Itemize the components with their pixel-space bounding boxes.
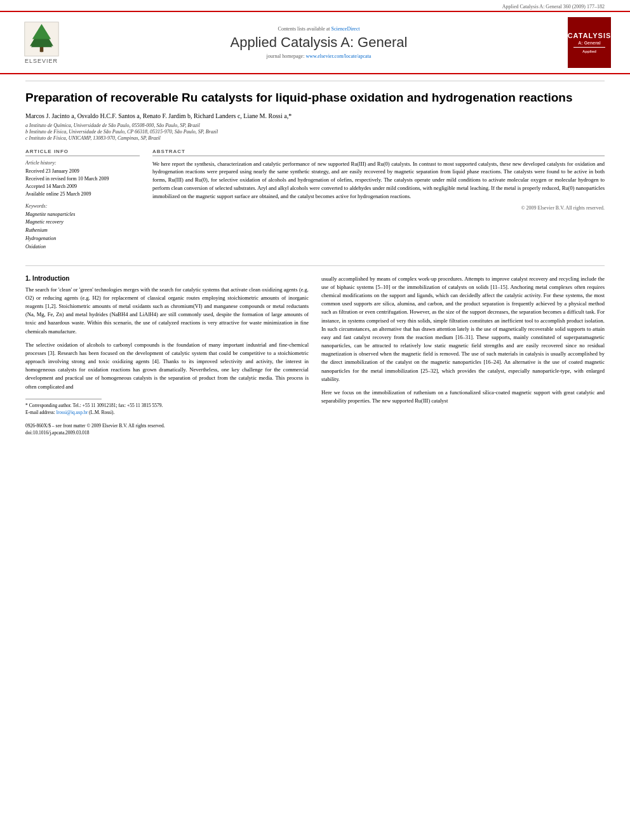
homepage-label: journal homepage:	[267, 53, 305, 59]
catalysis-logo: CATALYSIS A: General Applied	[568, 17, 611, 68]
homepage-url[interactable]: www.elsevier.com/locate/apcata	[305, 53, 371, 59]
svg-point-6	[39, 49, 43, 53]
footnote-divider	[25, 399, 102, 399]
revised-date: Received in revised form 10 March 2009	[25, 175, 140, 183]
journal-header: ELSEVIER Contents lists available at Sci…	[0, 11, 630, 74]
journal-title-block: Contents lists available at ScienceDirec…	[70, 26, 568, 59]
keyword-4: Hydrogenation	[25, 235, 140, 243]
footnote-issn: 0926-860X/$ – see front matter © 2009 El…	[25, 422, 309, 429]
keywords-block: Keywords: Magnetite nanoparticles Magnet…	[25, 203, 140, 251]
footnote-email-address[interactable]: lrossi@iq.usp.br	[57, 410, 88, 415]
col-left: 1. Introduction The search for 'clean' o…	[25, 275, 309, 437]
keyword-3: Ruthenium	[25, 227, 140, 235]
article-body: Preparation of recoverable Ru catalysts …	[0, 74, 630, 450]
article-info-abstract-section: ARTICLE INFO Article history: Received 2…	[25, 149, 605, 257]
elsevier-tree-icon	[24, 22, 59, 57]
contents-line: Contents lists available at ScienceDirec…	[70, 26, 568, 32]
affiliations-block: a Instituto de Química, Universidade de …	[25, 123, 605, 141]
authors-line: Marcos J. Jacinto a, Osvaldo H.C.F. Sant…	[25, 112, 605, 119]
received-date: Received 23 January 2009	[25, 168, 140, 175]
affiliation-c: c Instituto de Física, UNICAMP, 13083-97…	[25, 135, 605, 141]
keywords-list: Magnetite nanoparticles Magnetic recover…	[25, 211, 140, 251]
abstract-text: We here report the synthesis, characteri…	[152, 160, 605, 201]
affiliation-b: b Instituto de Física, Universidade de S…	[25, 129, 605, 135]
intro-para-2: The selective oxidation of alcohols to c…	[25, 341, 309, 391]
article-info-block: ARTICLE INFO Article history: Received 2…	[25, 149, 140, 257]
available-date: Available online 25 March 2009	[25, 190, 140, 198]
history-label: Article history:	[25, 160, 140, 166]
col-right: usually accomplished by means of complex…	[321, 275, 605, 437]
journal-title: Applied Catalysis A: General	[70, 34, 568, 51]
copyright-line: © 2009 Elsevier B.V. All rights reserved…	[152, 205, 605, 211]
journal-homepage: journal homepage: www.elsevier.com/locat…	[70, 53, 568, 59]
keywords-label: Keywords:	[25, 203, 140, 209]
keyword-2: Magnetic recovery	[25, 218, 140, 227]
footnote-corresponding: * Corresponding author. Tel.: +55 11 309…	[25, 402, 309, 409]
article-title: Preparation of recoverable Ru catalysts …	[25, 81, 605, 106]
main-content: 1. Introduction The search for 'clean' o…	[25, 275, 605, 437]
authors-text: Marcos J. Jacinto a, Osvaldo H.C.F. Sant…	[25, 112, 292, 119]
keyword-1: Magnetite nanoparticles	[25, 211, 140, 219]
abstract-block: ABSTRACT We here report the synthesis, c…	[152, 149, 605, 257]
article-history: Article history: Received 23 January 200…	[25, 160, 140, 198]
section-divider	[25, 265, 605, 266]
accepted-date: Accepted 14 March 2009	[25, 183, 140, 190]
abstract-label: ABSTRACT	[152, 149, 605, 156]
elsevier-brand-text: ELSEVIER	[25, 58, 58, 64]
affiliation-a: a Instituto de Química, Universidade de …	[25, 123, 605, 128]
footnote-issn-block: 0926-860X/$ – see front matter © 2009 El…	[25, 422, 309, 437]
journal-reference: Applied Catalysis A: General 360 (2009) …	[502, 4, 605, 10]
contents-text: Contents lists available at	[278, 26, 330, 32]
keyword-5: Oxidation	[25, 243, 140, 251]
elsevier-logo: ELSEVIER	[13, 22, 70, 64]
intro-para-4: Here we focus on the immobilization of r…	[321, 389, 605, 405]
intro-heading: 1. Introduction	[25, 275, 309, 282]
footnote-email: E-mail address: lrossi@iq.usp.br (L.M. R…	[25, 409, 309, 416]
sciencedirect-link[interactable]: ScienceDirect	[332, 26, 360, 32]
intro-para-1: The search for 'clean' or 'green' techno…	[25, 286, 309, 336]
article-info-label: ARTICLE INFO	[25, 149, 140, 156]
footnote-doi: doi:10.1016/j.apcata.2009.03.018	[25, 429, 309, 436]
intro-para-3: usually accomplished by means of complex…	[321, 275, 605, 383]
page: Applied Catalysis A: General 360 (2009) …	[0, 0, 630, 840]
journal-reference-bar: Applied Catalysis A: General 360 (2009) …	[0, 0, 630, 11]
